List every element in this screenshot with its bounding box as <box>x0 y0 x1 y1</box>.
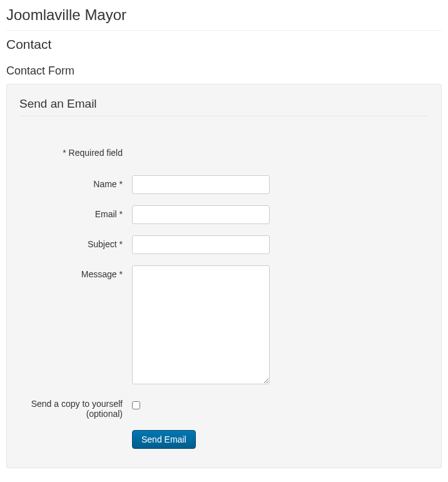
required-field-note: * Required field <box>19 129 132 158</box>
message-row: Message * <box>19 265 429 386</box>
contact-heading: Contact <box>6 37 442 52</box>
subject-label: Subject * <box>19 235 132 249</box>
copy-label: Send a copy to yourself (optional) <box>19 397 132 419</box>
name-input[interactable] <box>132 175 270 194</box>
message-textarea[interactable] <box>132 265 270 384</box>
subject-row: Subject * <box>19 235 429 254</box>
send-email-button[interactable]: Send Email <box>132 430 196 449</box>
form-legend: Send an Email <box>19 97 429 116</box>
submit-row: Send Email <box>19 430 429 449</box>
contact-form-panel: Send an Email * Required field Name * Em… <box>6 84 442 468</box>
subject-input[interactable] <box>132 235 270 254</box>
email-label: Email * <box>19 205 132 219</box>
name-row: Name * <box>19 175 429 194</box>
contact-form-heading: Contact Form <box>6 64 442 78</box>
copy-row: Send a copy to yourself (optional) <box>19 397 429 419</box>
copy-checkbox[interactable] <box>132 401 140 409</box>
email-input[interactable] <box>132 205 270 224</box>
name-label: Name * <box>19 175 132 189</box>
message-label: Message * <box>19 265 132 279</box>
email-row: Email * <box>19 205 429 224</box>
page-title: Joomlaville Mayor <box>6 6 442 31</box>
